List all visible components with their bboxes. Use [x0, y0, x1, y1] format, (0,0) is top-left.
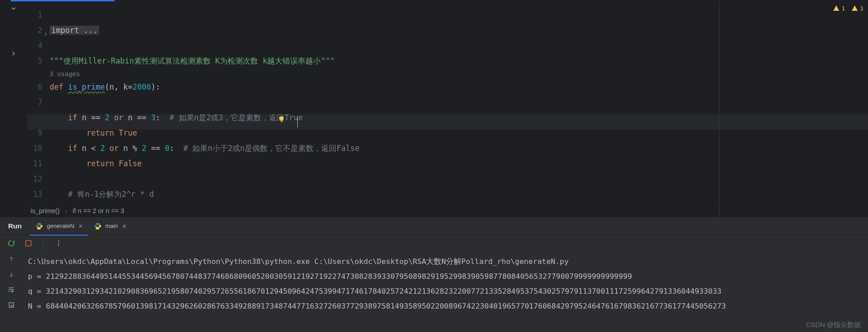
svg-point-7: [58, 241, 59, 242]
fold-arrow-icon[interactable]: ›: [43, 26, 48, 41]
line-number: 13: [27, 186, 42, 202]
warning-count: 1: [841, 5, 845, 12]
run-side-toolbar: [0, 251, 23, 332]
line-number: 4: [27, 38, 42, 53]
usages-hint[interactable]: 3 usages: [50, 68, 868, 79]
soft-wrap-icon[interactable]: [7, 286, 15, 294]
comment: # 如果n小于2或n是偶数，它不是素数，返回False: [174, 144, 359, 153]
code-text: n %: [123, 144, 142, 153]
keyword-true: True: [119, 128, 137, 137]
svg-point-0: [279, 116, 284, 121]
number-literal: 0: [165, 144, 169, 153]
keyword-if: if: [68, 113, 77, 122]
down-arrow-icon[interactable]: [7, 270, 15, 278]
python-icon: [94, 222, 102, 230]
breadcrumb-item[interactable]: if n == 2 or n == 3: [73, 207, 124, 214]
keyword-return: return: [86, 128, 119, 137]
svg-point-2: [38, 223, 38, 223]
breadcrumb-separator: ›: [65, 207, 67, 214]
code-text: n ==: [128, 113, 151, 122]
params: (n, k=: [105, 82, 132, 91]
code-text: ==: [146, 144, 165, 153]
console-output[interactable]: C:\Users\okdc\AppData\Local\Programs\Pyt…: [23, 251, 868, 332]
keyword-if: if: [68, 144, 77, 153]
folded-import[interactable]: import ...: [50, 26, 99, 35]
code-line[interactable]: if n == 2 or n == 3: # 如果n是2或3，它是素数，返回Tr…: [50, 110, 868, 125]
code-line[interactable]: """使用Miller-Rabin素性测试算法检测素数 K为检测次数 k越大错误…: [50, 53, 868, 68]
breadcrumb-item[interactable]: is_prime(): [31, 207, 59, 214]
function-name: is_prime: [68, 82, 105, 91]
colon: :: [156, 113, 160, 122]
console-line: p = 212922883644951445534456945678074483…: [28, 269, 863, 284]
run-tab-main[interactable]: main ×: [88, 217, 132, 235]
line-number: 10: [27, 141, 42, 156]
breadcrumb[interactable]: is_prime() › if n == 2 or n == 3: [27, 204, 868, 217]
line-number: 2: [27, 23, 42, 38]
watermark: CSDN @指尖数据: [806, 321, 861, 329]
keyword-return: return: [86, 159, 119, 168]
code-editor[interactable]: 1 2 4 5 6 7 8 9 10 11 12 13 ›import ... …: [27, 1, 868, 218]
run-panel-header: Run generateN × main ×: [0, 217, 868, 235]
warning-icon: [851, 5, 858, 12]
code-text: n ==: [77, 113, 105, 122]
editor-area: 1 2 4 5 6 7 8 9 10 11 12 13 ›import ... …: [0, 1, 868, 218]
up-arrow-icon[interactable]: [7, 255, 15, 263]
console-line: C:\Users\okdc\AppData\Local\Programs\Pyt…: [28, 254, 863, 269]
number-literal: 2: [100, 144, 105, 153]
code-line[interactable]: return False: [50, 156, 868, 171]
comment: # 将n-1分解为2^r * d: [68, 190, 154, 199]
number-literal: 2: [142, 144, 146, 153]
code-line[interactable]: [50, 7, 868, 23]
run-tool-label[interactable]: Run: [0, 222, 30, 230]
left-gutter: [0, 1, 27, 218]
run-body: C:\Users\okdc\AppData\Local\Programs\Pyt…: [0, 251, 868, 332]
svg-point-9: [58, 245, 59, 246]
code-line[interactable]: if n < 2 or n % 2 == 0: # 如果n小于2或n是偶数，它不…: [50, 141, 868, 156]
code-line[interactable]: def is_prime(n, k=2000):: [50, 79, 868, 95]
keyword-or: or: [109, 113, 128, 122]
number-literal: 2000: [132, 82, 151, 91]
inspection-widget[interactable]: 1 1: [833, 5, 863, 12]
run-toolbar: [0, 235, 868, 251]
svg-point-3: [40, 228, 41, 228]
rerun-icon[interactable]: [7, 239, 15, 247]
code-line[interactable]: # 将n-1分解为2^r * d: [50, 186, 868, 202]
stop-icon[interactable]: [24, 239, 32, 247]
code-line[interactable]: ›import ...: [50, 23, 868, 38]
close-icon[interactable]: ×: [123, 222, 127, 230]
code-line[interactable]: [50, 95, 868, 110]
run-tab-label: generateN: [47, 223, 74, 229]
line-number: 1: [27, 7, 42, 23]
code-line[interactable]: [50, 38, 868, 53]
run-tab-generateN[interactable]: generateN ×: [30, 217, 88, 235]
scroll-to-end-icon[interactable]: [7, 301, 15, 309]
keyword-or: or: [105, 144, 123, 153]
run-panel: Run generateN × main ×: [0, 217, 868, 332]
line-number: 6: [27, 79, 42, 95]
code-line[interactable]: return True: [50, 125, 868, 141]
svg-rect-1: [281, 121, 282, 122]
code-lines[interactable]: ›import ... """使用Miller-Rabin素性测试算法检测素数 …: [50, 1, 868, 218]
colon: :: [169, 144, 174, 153]
keyword-def: def: [50, 82, 68, 91]
more-icon[interactable]: [55, 239, 63, 247]
chevron-right-icon[interactable]: [9, 49, 18, 58]
params-close: ):: [151, 82, 160, 91]
number-literal: 2: [105, 113, 109, 122]
toolbar-separator: [43, 238, 44, 248]
intention-bulb-icon[interactable]: [277, 115, 286, 124]
line-number: 5: [27, 53, 42, 68]
console-line: N = 684404206326678579601398171432962602…: [28, 299, 863, 314]
docstring: """使用Miller-Rabin素性测试算法检测素数 K为检测次数 k越大错误…: [50, 56, 335, 65]
line-number: 7: [27, 95, 42, 110]
warning-icon: [833, 5, 840, 12]
run-tab-label: main: [105, 223, 118, 229]
code-line[interactable]: [50, 171, 868, 186]
svg-point-8: [58, 243, 59, 244]
chevron-down-icon[interactable]: [9, 4, 18, 13]
python-icon: [35, 222, 43, 230]
console-line: q = 321432903129342102908369652195807402…: [28, 284, 863, 299]
warning-count: 1: [860, 5, 863, 12]
text-cursor: [297, 118, 298, 127]
close-icon[interactable]: ×: [79, 222, 83, 230]
